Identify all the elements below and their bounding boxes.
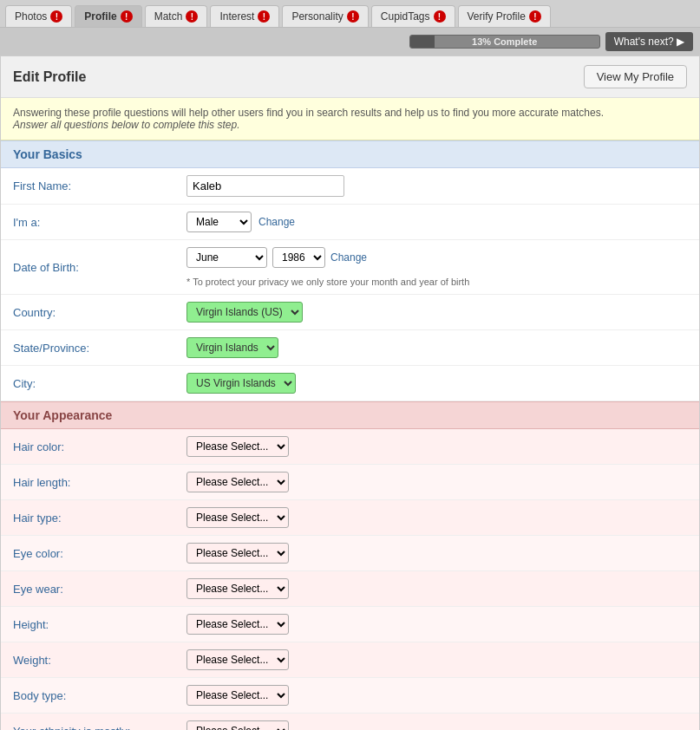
tab-match[interactable]: Match !: [145, 5, 208, 27]
appearance-section: Hair color: Please Select... Hair length…: [1, 429, 699, 730]
top-nav: Photos ! Profile ! Match ! Interest ! Pe…: [0, 0, 700, 28]
body-type-row: Body type: Please Select...: [1, 678, 699, 714]
country-row: Country: Virgin Islands (US) United Stat…: [1, 295, 699, 330]
hair-length-control: Please Select...: [186, 472, 687, 492]
match-badge: !: [186, 10, 198, 23]
dob-label: Date of Birth:: [13, 261, 186, 274]
ethnicity-label: Your ethnicity is mostly:: [13, 725, 186, 731]
height-label: Height:: [13, 618, 186, 631]
dob-year-select[interactable]: 19841985198619871988: [272, 247, 325, 268]
eye-color-control: Please Select...: [186, 543, 687, 564]
ethnicity-control: Please Select...: [186, 720, 687, 730]
state-select[interactable]: Virgin Islands: [186, 337, 278, 358]
city-select[interactable]: US Virgin Islands: [186, 373, 296, 394]
tab-interest[interactable]: Interest !: [210, 5, 279, 27]
ethnicity-select[interactable]: Please Select...: [186, 720, 289, 730]
info-banner: Answering these profile questions will h…: [1, 98, 699, 140]
hair-type-row: Hair type: Please Select...: [1, 500, 699, 536]
profile-badge: !: [121, 10, 133, 23]
im-a-change[interactable]: Change: [258, 216, 295, 228]
first-name-control: [186, 175, 687, 197]
info-line1: Answering these profile questions will h…: [13, 107, 604, 119]
im-a-control: Male Female Change: [186, 212, 687, 232]
eye-wear-control: Please Select...: [186, 578, 687, 599]
height-select[interactable]: Please Select...: [186, 614, 289, 635]
personality-badge: !: [347, 10, 359, 23]
interest-badge: !: [258, 10, 270, 23]
tab-photos[interactable]: Photos !: [5, 5, 72, 27]
eye-wear-select[interactable]: Please Select...: [186, 578, 289, 599]
edit-profile-header: Edit Profile View My Profile: [1, 56, 699, 98]
verifyprofile-badge: !: [529, 10, 541, 23]
weight-control: Please Select...: [186, 649, 687, 670]
dob-change[interactable]: Change: [330, 251, 367, 264]
first-name-label: First Name:: [13, 179, 186, 192]
weight-select[interactable]: Please Select...: [186, 649, 289, 670]
view-profile-button[interactable]: View My Profile: [584, 65, 687, 88]
dob-control: JanuaryFebruaryMarchAprilMay JuneJulyAug…: [186, 247, 687, 287]
body-type-control: Please Select...: [186, 685, 687, 706]
dob-privacy-note: * To protect your privacy we only store …: [186, 277, 469, 287]
hair-type-control: Please Select...: [186, 507, 687, 528]
whats-next-button[interactable]: What's next? ▶: [605, 32, 693, 51]
city-label: City:: [13, 377, 186, 390]
state-label: State/Province:: [13, 342, 186, 355]
appearance-section-header: Your Appearance: [1, 401, 699, 429]
country-select[interactable]: Virgin Islands (US) United States Canada: [186, 302, 303, 323]
eye-color-row: Eye color: Please Select...: [1, 536, 699, 571]
tab-verifyprofile[interactable]: Verify Profile !: [458, 5, 551, 27]
city-row: City: US Virgin Islands: [1, 366, 699, 401]
hair-type-select[interactable]: Please Select...: [186, 507, 289, 528]
dob-month-select[interactable]: JanuaryFebruaryMarchAprilMay JuneJulyAug…: [186, 247, 267, 268]
main-content: Edit Profile View My Profile Answering t…: [0, 55, 700, 730]
progress-bar-wrapper: 13% Complete: [409, 35, 600, 49]
eye-wear-row: Eye wear: Please Select...: [1, 571, 699, 607]
hair-color-select[interactable]: Please Select...: [186, 436, 289, 457]
body-type-select[interactable]: Please Select...: [186, 685, 289, 706]
im-a-row: I'm a: Male Female Change: [1, 205, 699, 240]
cupidtags-badge: !: [434, 10, 446, 23]
hair-color-control: Please Select...: [186, 436, 687, 457]
hair-color-label: Hair color:: [13, 440, 186, 453]
eye-color-label: Eye color:: [13, 547, 186, 560]
weight-row: Weight: Please Select...: [1, 642, 699, 678]
weight-label: Weight:: [13, 654, 186, 667]
body-type-label: Body type:: [13, 689, 186, 702]
height-row: Height: Please Select...: [1, 607, 699, 642]
country-control: Virgin Islands (US) United States Canada: [186, 302, 687, 323]
hair-length-label: Hair length:: [13, 476, 186, 489]
ethnicity-row: Your ethnicity is mostly: Please Select.…: [1, 714, 699, 730]
eye-color-select[interactable]: Please Select...: [186, 543, 289, 564]
progress-label: 13% Complete: [472, 36, 537, 47]
basics-section-header: Your Basics: [1, 140, 699, 168]
height-control: Please Select...: [186, 614, 687, 635]
photos-badge: !: [50, 10, 62, 23]
hair-type-label: Hair type:: [13, 512, 186, 525]
eye-wear-label: Eye wear:: [13, 583, 186, 596]
tab-cupidtags[interactable]: CupidTags !: [371, 5, 455, 27]
tab-profile[interactable]: Profile !: [75, 5, 141, 27]
state-row: State/Province: Virgin Islands: [1, 330, 699, 366]
hair-color-row: Hair color: Please Select...: [1, 429, 699, 465]
info-line2: Answer all questions below to complete t…: [13, 119, 239, 131]
state-control: Virgin Islands: [186, 337, 687, 358]
edit-profile-title: Edit Profile: [13, 69, 86, 85]
progress-bar-fill: [410, 36, 435, 48]
tab-personality[interactable]: Personality !: [282, 5, 368, 27]
hair-length-select[interactable]: Please Select...: [186, 472, 289, 492]
im-a-select[interactable]: Male Female: [186, 212, 252, 232]
country-label: Country:: [13, 306, 186, 319]
hair-length-row: Hair length: Please Select...: [1, 465, 699, 500]
first-name-input[interactable]: [186, 175, 344, 197]
city-control: US Virgin Islands: [186, 373, 687, 394]
im-a-label: I'm a:: [13, 216, 186, 229]
progress-row: 13% Complete What's next? ▶: [0, 28, 700, 55]
first-name-row: First Name:: [1, 168, 699, 205]
dob-row: Date of Birth: JanuaryFebruaryMarchApril…: [1, 240, 699, 295]
